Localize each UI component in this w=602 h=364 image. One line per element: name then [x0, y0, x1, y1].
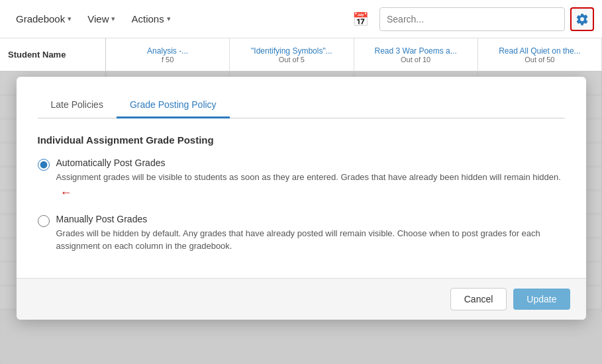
- gradebook-label: Gradebook: [16, 13, 65, 24]
- col-header-1: Analysis -... f 50: [106, 38, 230, 71]
- section-title: Individual Assignment Grade Posting: [38, 134, 565, 146]
- col-4-sub: Out of 50: [525, 56, 554, 64]
- calendar-icon: 📅: [352, 11, 369, 27]
- update-button[interactable]: Update: [513, 289, 570, 310]
- actions-menu[interactable]: Actions ▾: [123, 8, 178, 30]
- search-box: [379, 7, 565, 31]
- arrow-indicator: ←: [60, 184, 72, 202]
- col-header-2: "Identifying Symbols"... Out of 5: [230, 38, 354, 71]
- modal-overlay: Late Policies Grade Posting Policy Indiv…: [0, 71, 602, 364]
- main-area: Late Policies Grade Posting Policy Indiv…: [0, 71, 602, 364]
- modal-body: Late Policies Grade Posting Policy Indiv…: [17, 77, 586, 278]
- auto-post-label: Automatically Post Grades: [56, 158, 565, 168]
- search-input[interactable]: [387, 14, 558, 24]
- table-header: Student Name Analysis -... f 50 "Identif…: [0, 38, 602, 71]
- manual-post-option: Manually Post Grades Grades will be hidd…: [38, 214, 565, 253]
- view-menu[interactable]: View ▾: [79, 8, 123, 30]
- col-2-title: "Identifying Symbols"...: [251, 46, 332, 56]
- gradebook-chevron: ▾: [68, 15, 72, 23]
- manual-post-desc: Grades will be hidden by default. Any gr…: [56, 227, 565, 253]
- gear-icon: [576, 13, 589, 26]
- col-header-4: Read All Quiet on the... Out of 50: [478, 38, 602, 71]
- actions-label: Actions: [131, 13, 164, 24]
- student-name-header: Student Name: [0, 38, 106, 71]
- top-nav: Gradebook ▾ View ▾ Actions ▾ 📅: [0, 0, 602, 38]
- student-name-label: Student Name: [8, 50, 66, 60]
- manual-post-label: Manually Post Grades: [56, 214, 565, 224]
- col-2-sub: Out of 5: [279, 56, 305, 64]
- manual-post-content: Manually Post Grades Grades will be hidd…: [56, 214, 565, 253]
- modal-tabs: Late Policies Grade Posting Policy: [38, 93, 565, 118]
- view-label: View: [87, 13, 109, 24]
- auto-post-radio[interactable]: [38, 159, 50, 171]
- col-header-3: Read 3 War Poems a... Out of 10: [354, 38, 478, 71]
- auto-post-option: Automatically Post Grades Assignment gra…: [38, 158, 565, 202]
- cancel-button[interactable]: Cancel: [450, 288, 507, 310]
- manual-post-radio[interactable]: [38, 215, 50, 227]
- tab-late-policies[interactable]: Late Policies: [38, 93, 117, 118]
- tab-grade-posting-policy[interactable]: Grade Posting Policy: [117, 93, 230, 118]
- actions-chevron: ▾: [167, 15, 171, 23]
- col-1-sub: f 50: [162, 56, 174, 64]
- col-3-sub: Out of 10: [401, 56, 430, 64]
- view-chevron: ▾: [111, 15, 115, 23]
- col-4-title: Read All Quiet on the...: [499, 46, 580, 56]
- modal-dialog: Late Policies Grade Posting Policy Indiv…: [17, 77, 586, 320]
- col-3-title: Read 3 War Poems a...: [374, 46, 456, 56]
- auto-post-content: Automatically Post Grades Assignment gra…: [56, 158, 565, 202]
- col-1-title: Analysis -...: [147, 46, 188, 56]
- settings-button[interactable]: [570, 7, 594, 31]
- modal-footer: Cancel Update: [17, 278, 586, 320]
- auto-post-desc: Assignment grades will be visible to stu…: [56, 171, 565, 202]
- gradebook-menu[interactable]: Gradebook ▾: [8, 8, 79, 30]
